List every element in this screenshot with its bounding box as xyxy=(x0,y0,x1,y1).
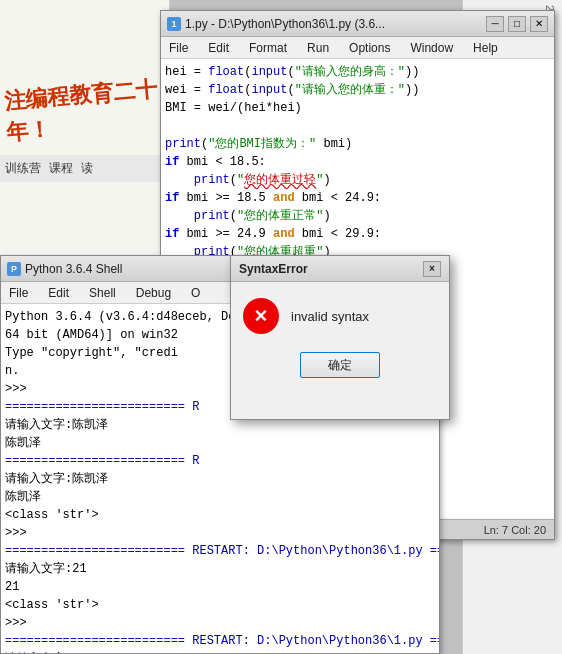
nav-course[interactable]: 课程 xyxy=(49,160,73,177)
code-line-7: print("您的体重过轻") xyxy=(165,171,550,189)
syntax-error-dialog: SyntaxError × × invalid syntax 确定 xyxy=(230,255,450,420)
shell-class-str-1: <class 'str'> xyxy=(5,506,435,524)
editor-cursor-position: Ln: 7 Col: 20 xyxy=(484,524,546,536)
shell-class-str-2: <class 'str'> xyxy=(5,596,435,614)
code-line-9: print("您的体重正常") xyxy=(165,207,550,225)
shell-menu-debug[interactable]: Debug xyxy=(132,285,175,301)
editor-titlebar: 1 1.py - D:\Python\Python36\1.py (3.6...… xyxy=(161,11,554,37)
dialog-titlebar: SyntaxError × xyxy=(231,256,449,282)
shell-menu-edit[interactable]: Edit xyxy=(44,285,73,301)
menu-options[interactable]: Options xyxy=(345,40,394,56)
shell-title: Python 3.6.4 Shell xyxy=(25,262,122,276)
shell-output-3: 21 xyxy=(5,578,435,596)
shell-restart-2: ========================= R xyxy=(5,452,435,470)
shell-input-prompt-3: 请输入文字:21 xyxy=(5,560,435,578)
code-line-10: if bmi >= 24.9 and bmi < 29.9: xyxy=(165,225,550,243)
dialog-message: invalid syntax xyxy=(291,309,369,324)
dialog-ok-button[interactable]: 确定 xyxy=(300,352,380,378)
bg-slogan: 注编程教育二十年！ xyxy=(3,73,172,149)
shell-restart-3: ========================= RESTART: D:\Py… xyxy=(5,542,435,560)
dialog-close-button[interactable]: × xyxy=(423,261,441,277)
dialog-title: SyntaxError xyxy=(239,262,308,276)
shell-prompt-2: >>> xyxy=(5,524,435,542)
code-line-2: wei = float(input("请输入您的体重：")) xyxy=(165,81,550,99)
shell-output-1: 陈凯泽 xyxy=(5,434,435,452)
shell-menu-shell[interactable]: Shell xyxy=(85,285,120,301)
menu-file[interactable]: File xyxy=(165,40,192,56)
shell-title-left: P Python 3.6.4 Shell xyxy=(7,262,122,276)
editor-title-left: 1 1.py - D:\Python\Python36\1.py (3.6... xyxy=(167,17,385,31)
editor-close-button[interactable]: ✕ xyxy=(530,16,548,32)
shell-menu-options[interactable]: O xyxy=(187,285,204,301)
shell-icon: P xyxy=(7,262,21,276)
code-line-8: if bmi >= 18.5 and bmi < 24.9: xyxy=(165,189,550,207)
nav-training[interactable]: 训练营 xyxy=(5,160,41,177)
shell-prompt-3: >>> xyxy=(5,614,435,632)
menu-run[interactable]: Run xyxy=(303,40,333,56)
code-line-1: hei = float(input("请输入您的身高：")) xyxy=(165,63,550,81)
menu-window[interactable]: Window xyxy=(406,40,457,56)
menu-format[interactable]: Format xyxy=(245,40,291,56)
shell-menu-file[interactable]: File xyxy=(5,285,32,301)
code-line-3: BMI = wei/(hei*hei) xyxy=(165,99,550,117)
menu-edit[interactable]: Edit xyxy=(204,40,233,56)
editor-menubar: File Edit Format Run Options Window Help xyxy=(161,37,554,59)
menu-help[interactable]: Help xyxy=(469,40,502,56)
editor-win-controls: ─ □ ✕ xyxy=(486,16,548,32)
dialog-footer: 确定 xyxy=(231,344,449,386)
code-line-5: print("您的BMI指数为：" bmi) xyxy=(165,135,550,153)
editor-minimize-button[interactable]: ─ xyxy=(486,16,504,32)
editor-maximize-button[interactable]: □ xyxy=(508,16,526,32)
bg-nav: 训练营 课程 读 xyxy=(0,155,170,182)
nav-read[interactable]: 读 xyxy=(81,160,93,177)
shell-output-2: 陈凯泽 xyxy=(5,488,435,506)
shell-restart-4: ========================= RESTART: D:\Py… xyxy=(5,632,435,650)
editor-file-icon: 1 xyxy=(167,17,181,31)
shell-input-prompt-4: 请输入文字:21 xyxy=(5,650,435,653)
editor-title: 1.py - D:\Python\Python36\1.py (3.6... xyxy=(185,17,385,31)
dialog-body: × invalid syntax xyxy=(231,282,449,344)
code-line-6: if bmi < 18.5: xyxy=(165,153,550,171)
code-line-4 xyxy=(165,117,550,135)
error-icon: × xyxy=(243,298,279,334)
shell-input-prompt-2: 请输入文字:陈凯泽 xyxy=(5,470,435,488)
